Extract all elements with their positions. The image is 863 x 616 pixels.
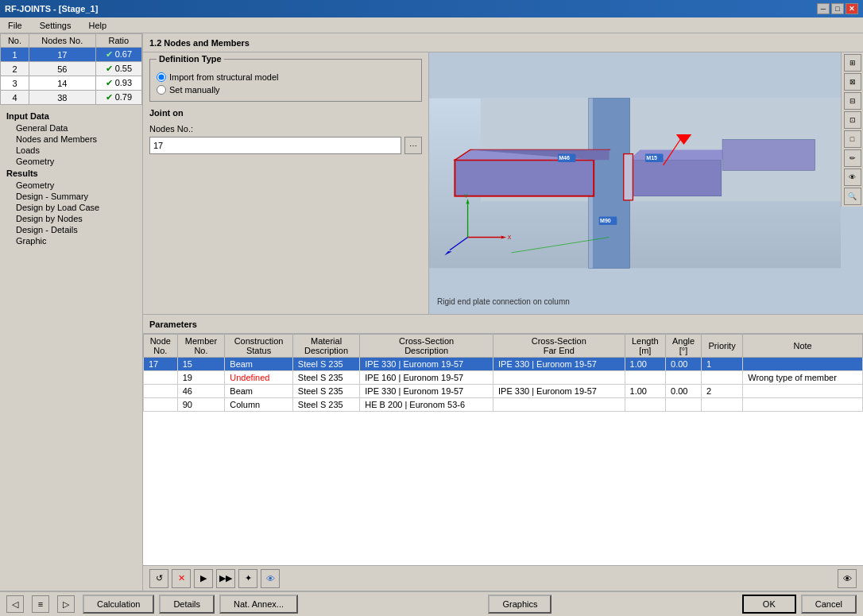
cell-note bbox=[743, 358, 863, 371]
nat-annex-button[interactable]: Nat. Annex... bbox=[219, 595, 298, 614]
menu-settings[interactable]: Settings bbox=[35, 19, 76, 32]
main-container: No. Nodes No. Ratio 1 17 ✔ 0.67 2 56 ✔ 0… bbox=[0, 33, 863, 591]
next-all-button[interactable]: ▶▶ bbox=[216, 569, 235, 588]
view-btn-1[interactable]: ⊞ bbox=[844, 54, 861, 72]
table-row[interactable]: 46 Beam Steel S 235 IPE 330 | Euronom 19… bbox=[144, 385, 863, 398]
svg-text:M15: M15 bbox=[646, 155, 657, 161]
nav-icon-2[interactable]: ≡ bbox=[32, 595, 49, 613]
cell-cross: HE B 200 | Euronom 53-6 bbox=[360, 398, 493, 412]
top-area: Definition Type Import from structural m… bbox=[143, 52, 863, 315]
delete-button[interactable]: ✕ bbox=[172, 569, 191, 588]
cancel-button[interactable]: Cancel bbox=[801, 595, 857, 614]
svg-marker-8 bbox=[629, 149, 733, 160]
nav-results-geometry[interactable]: Geometry bbox=[3, 180, 139, 191]
cell-member: 90 bbox=[177, 398, 225, 412]
next-button[interactable]: ▶ bbox=[194, 569, 213, 588]
nav-nodes-members[interactable]: Nodes and Members bbox=[3, 134, 139, 145]
view-btn-3[interactable]: ⊟ bbox=[844, 92, 861, 110]
graphics-button[interactable]: Graphics bbox=[488, 595, 551, 614]
cell-angle: 0.00 bbox=[666, 385, 702, 398]
menu-help[interactable]: Help bbox=[83, 19, 111, 32]
table-row[interactable]: 3 14 ✔ 0.93 bbox=[1, 76, 142, 91]
minimize-button[interactable]: ─ bbox=[817, 3, 830, 14]
col-length: Length[m] bbox=[625, 335, 666, 358]
table-row[interactable]: 4 38 ✔ 0.79 bbox=[1, 91, 142, 105]
nodes-input-row: ⋯ bbox=[149, 137, 422, 154]
nav-design-details[interactable]: Design - Details bbox=[3, 224, 139, 235]
menu-file[interactable]: File bbox=[3, 19, 27, 32]
svg-text:X: X bbox=[507, 234, 511, 241]
nav-loads[interactable]: Loads bbox=[3, 145, 139, 156]
svg-text:M46: M46 bbox=[559, 155, 570, 161]
details-button[interactable]: Details bbox=[159, 595, 215, 614]
cell-cross: IPE 160 | Euronom 19-57 bbox=[360, 371, 493, 385]
close-button[interactable]: ✕ bbox=[846, 3, 858, 14]
view-btn-8[interactable]: 🔍 bbox=[844, 188, 861, 205]
table-row[interactable]: 19 Undefined Steel S 235 IPE 160 | Euron… bbox=[144, 371, 863, 385]
view-btn-4[interactable]: ⊡ bbox=[844, 111, 861, 129]
cell-material: Steel S 235 bbox=[292, 398, 359, 412]
view-btn-6[interactable]: ✏ bbox=[844, 149, 861, 167]
star-button[interactable]: ✦ bbox=[238, 569, 257, 588]
nav-graphic[interactable]: Graphic bbox=[3, 235, 139, 246]
maximize-button[interactable]: □ bbox=[831, 3, 844, 14]
cell-node bbox=[144, 371, 178, 385]
joint-on-label: Joint on bbox=[149, 108, 422, 118]
nodes-input[interactable] bbox=[149, 137, 401, 154]
svg-rect-7 bbox=[629, 160, 722, 196]
cell-status: Undefined bbox=[225, 371, 293, 385]
left-panel: No. Nodes No. Ratio 1 17 ✔ 0.67 2 56 ✔ 0… bbox=[0, 33, 143, 591]
table-row[interactable]: 1 17 ✔ 0.67 bbox=[1, 48, 142, 62]
cell-ratio: ✔ 0.67 bbox=[95, 48, 141, 62]
check-icon: ✔ bbox=[106, 92, 113, 102]
nav-input-header: Input Data bbox=[3, 110, 139, 122]
menu-bar: File Settings Help bbox=[0, 17, 863, 33]
cell-node bbox=[144, 385, 178, 398]
cell-member: 15 bbox=[177, 358, 225, 371]
cell-ratio: ✔ 0.93 bbox=[95, 76, 141, 91]
svg-rect-10 bbox=[624, 154, 633, 200]
nav-design-nodes[interactable]: Design by Nodes bbox=[3, 213, 139, 224]
ok-button[interactable]: OK bbox=[742, 595, 796, 614]
radio-manual[interactable]: Set manually bbox=[157, 85, 415, 95]
nav-results-header: Results bbox=[3, 167, 139, 180]
cell-angle bbox=[666, 398, 702, 412]
col-cross-section: Cross-SectionDescription bbox=[360, 335, 493, 358]
nav-icon-3[interactable]: ▷ bbox=[57, 595, 75, 613]
params-table: NodeNo. MemberNo. ConstructionStatus Mat… bbox=[143, 334, 863, 412]
table-row[interactable]: 90 Column Steel S 235 HE B 200 | Euronom… bbox=[144, 398, 863, 412]
view-btn-7[interactable]: 👁 bbox=[844, 169, 861, 186]
col-nodes: Nodes No. bbox=[29, 34, 95, 48]
nav-general-data[interactable]: General Data bbox=[3, 122, 139, 134]
cell-length: 1.00 bbox=[625, 358, 666, 371]
cell-no: 4 bbox=[1, 91, 29, 105]
definition-type-radios: Import from structural model Set manuall… bbox=[157, 72, 415, 95]
cell-cross-far: IPE 330 | Euronom 19-57 bbox=[493, 358, 625, 371]
radio-import[interactable]: Import from structural model bbox=[157, 72, 415, 82]
svg-text:Y: Y bbox=[464, 193, 468, 200]
cell-material: Steel S 235 bbox=[292, 385, 359, 398]
view-btn-2[interactable]: ⊠ bbox=[844, 73, 861, 91]
cell-length bbox=[625, 398, 666, 412]
cell-material: Steel S 235 bbox=[292, 371, 359, 385]
cell-nodes: 56 bbox=[29, 62, 95, 76]
view-btn-5[interactable]: □ bbox=[844, 130, 861, 148]
joint-panel: Joint on Nodes No.: ⋯ bbox=[149, 108, 422, 154]
calculation-button[interactable]: Calculation bbox=[83, 595, 154, 614]
refresh-button[interactable]: ↺ bbox=[149, 569, 168, 588]
params-toolbar: ↺ ✕ ▶ ▶▶ ✦ 👁 👁 bbox=[143, 565, 863, 591]
nav-icon-1[interactable]: ◁ bbox=[6, 595, 24, 613]
view-toolbar: ⊞ ⊠ ⊟ ⊡ □ ✏ 👁 🔍 bbox=[841, 52, 863, 207]
radio-manual-input[interactable] bbox=[157, 85, 166, 95]
cell-material: Steel S 235 bbox=[292, 358, 359, 371]
nav-design-load-case[interactable]: Design by Load Case bbox=[3, 202, 139, 213]
browse-button[interactable]: ⋯ bbox=[404, 137, 422, 154]
table-row[interactable]: 2 56 ✔ 0.55 bbox=[1, 62, 142, 76]
preview-button[interactable]: 👁 bbox=[261, 569, 280, 588]
nav-geometry[interactable]: Geometry bbox=[3, 156, 139, 167]
eye-button[interactable]: 👁 bbox=[838, 569, 857, 588]
table-row[interactable]: 17 15 Beam Steel S 235 IPE 330 | Euronom… bbox=[144, 358, 863, 371]
nav-design-summary[interactable]: Design - Summary bbox=[3, 191, 139, 202]
svg-rect-4 bbox=[455, 160, 594, 196]
radio-import-input[interactable] bbox=[157, 72, 166, 82]
